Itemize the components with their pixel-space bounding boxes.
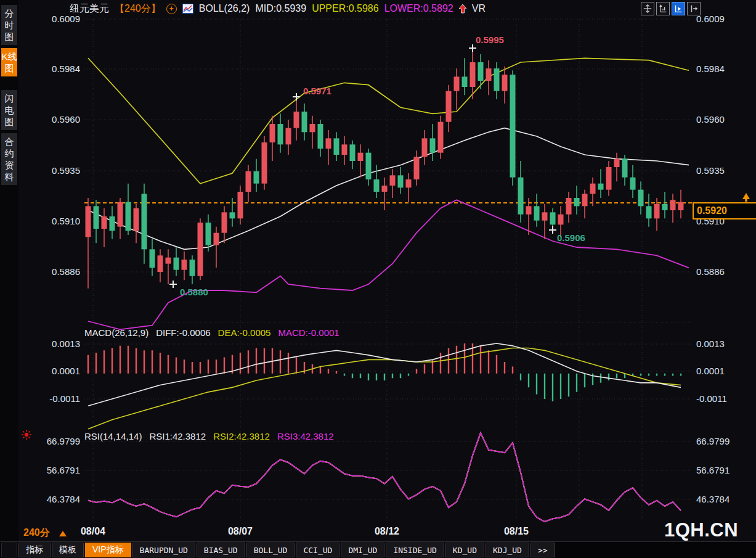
macd-tick: 0.0001 <box>696 366 725 377</box>
swing-high-label: 0.5995 <box>476 35 504 45</box>
toolbar-tab-9[interactable]: KD_UD <box>445 543 484 557</box>
rsi-name: RSI(14,14,14) <box>84 431 142 441</box>
price-tick: 0.5886 <box>696 266 725 277</box>
sidebar-item-1[interactable]: K线图 <box>1 48 17 76</box>
rsi2-value: RSI2:42.3812 <box>213 431 270 441</box>
rsi-tick: 46.3784 <box>21 494 80 505</box>
toolbar-tab-10[interactable]: KDJ_UD <box>486 543 529 557</box>
toolbar-tab-2[interactable]: VIP指标 <box>85 543 131 557</box>
price-tick: 0.5935 <box>21 165 80 176</box>
date-label: 08/15 <box>498 526 535 537</box>
macd-tick: 0.0013 <box>696 338 725 350</box>
toolbar-tab-3[interactable]: BARUPDN_UD <box>132 543 195 557</box>
last-price-tag: 0.5920 <box>693 202 756 220</box>
mini-chart-icon <box>182 4 193 14</box>
sidebar-item-0[interactable]: 分时图 <box>1 5 17 45</box>
period-arrow-icon[interactable] <box>59 531 67 536</box>
toolbar-tab-7[interactable]: DMI_UD <box>341 543 384 557</box>
chart-canvas[interactable] <box>0 0 756 558</box>
swing-low-label: 0.5906 <box>557 232 585 243</box>
rsi-header: RSI(14,14,14) RSI1:42.3812 RSI2:42.3812 … <box>84 431 334 441</box>
watermark: 1QH.CN <box>664 519 738 541</box>
toolbar-tab-11[interactable]: >> <box>530 543 555 557</box>
price-tick: 0.5960 <box>21 114 80 125</box>
period-badge[interactable]: 【240分】 <box>115 2 161 15</box>
price-tick: 0.5935 <box>696 165 725 176</box>
rsi-tick: 56.6791 <box>21 465 80 476</box>
swing-low-label: 0.5880 <box>180 287 208 297</box>
macd-macd-value: MACD:-0.0001 <box>278 327 339 338</box>
rsi-tick: 46.3784 <box>696 494 730 505</box>
toolbar-corner <box>1 543 17 557</box>
date-label: 08/04 <box>75 526 112 537</box>
boll-mid-value: MID:0.5939 <box>255 3 306 14</box>
alarm-icon[interactable] <box>21 429 32 440</box>
macd-tick: 0.0013 <box>21 338 80 350</box>
price-tick: 0.5984 <box>21 64 80 75</box>
toolbar-tab-0[interactable]: 指标 <box>18 543 51 557</box>
boll-indicator-label: BOLL(26,2) <box>199 3 250 14</box>
period-selector[interactable]: 240分 <box>23 527 50 540</box>
chart-header: 纽元美元 【240分】 BOLL(26,2) MID:0.5939 UPPER:… <box>70 2 486 15</box>
rsi-tick: 56.6791 <box>696 465 730 476</box>
vr-label[interactable]: VR <box>472 3 486 14</box>
price-tick: 0.5984 <box>696 64 725 75</box>
instrument-name: 纽元美元 <box>70 2 109 15</box>
macd-tick: -0.0011 <box>696 393 727 404</box>
macd-tick: -0.0011 <box>21 393 80 404</box>
macd-dea-value: DEA:-0.0005 <box>218 327 271 338</box>
window-buttons <box>641 2 701 15</box>
macd-header: MACD(26,12,9) DIFF:-0.0006 DEA:-0.0005 M… <box>84 327 339 338</box>
toolbar-tab-8[interactable]: INSIDE_UD <box>386 543 444 557</box>
swing-high-label: 0.5971 <box>303 86 331 96</box>
axis-scale-icon[interactable] <box>656 2 670 15</box>
date-label: 08/12 <box>368 526 405 537</box>
rsi3-value: RSI3:42.3812 <box>277 431 334 441</box>
macd-name: MACD(26,12,9) <box>84 327 148 338</box>
up-arrow-icon <box>459 4 466 14</box>
macd-tick: 0.0001 <box>21 366 80 377</box>
price-tick: 0.5910 <box>21 216 80 227</box>
boll-lower-value: LOWER:0.5892 <box>384 3 453 14</box>
trading-app-window: 分时图K线图闪电图合约资料 纽元美元 【240分】 BOLL(26,2) MID… <box>0 0 756 558</box>
rsi-tick: 66.9799 <box>696 436 730 447</box>
macd-diff-value: DIFF:-0.0006 <box>156 327 210 338</box>
price-tick: 0.5886 <box>21 266 80 277</box>
price-arrow-icon <box>741 192 751 202</box>
chart-play-icon[interactable] <box>672 2 685 15</box>
toolbar-tab-6[interactable]: CCI_UD <box>296 543 339 557</box>
sidebar-item-3[interactable]: 合约资料 <box>1 133 17 185</box>
date-label: 08/07 <box>222 526 259 537</box>
sidebar-item-2[interactable]: 闪电图 <box>1 90 17 130</box>
rsi1-value: RSI1:42.3812 <box>149 431 206 441</box>
indicator-toolbar: 指标模板VIP指标BARUPDN_UDBIAS_UDBOLL_UDCCI_UDD… <box>0 541 756 558</box>
toolbar-tab-5[interactable]: BOLL_UD <box>246 543 295 557</box>
pan-crosshair-icon[interactable] <box>641 2 654 15</box>
add-indicator-icon[interactable] <box>166 4 177 14</box>
toolbar-tab-1[interactable]: 模板 <box>52 543 84 557</box>
chart-type-sidebar: 分时图K线图闪电图合约资料 <box>0 0 18 558</box>
price-tick: 0.5960 <box>696 114 725 125</box>
detach-panel-icon[interactable] <box>687 2 701 15</box>
toolbar-tab-4[interactable]: BIAS_UD <box>197 543 245 557</box>
boll-upper-value: UPPER:0.5986 <box>312 3 379 14</box>
